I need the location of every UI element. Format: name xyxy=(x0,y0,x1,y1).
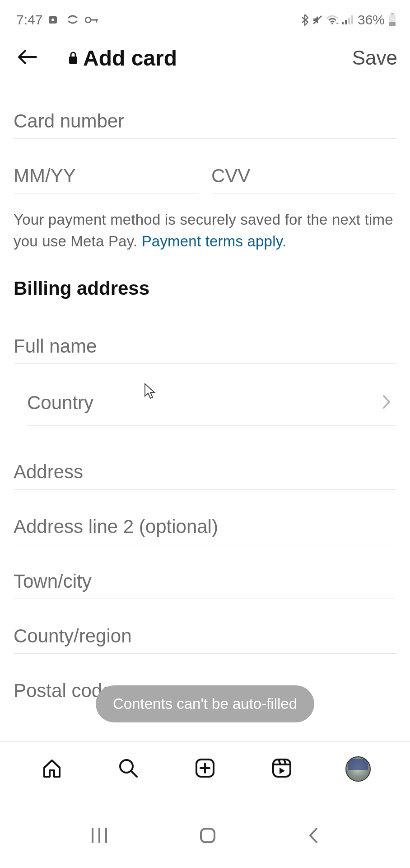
svg-rect-11 xyxy=(351,15,353,24)
town-placeholder: Town/city xyxy=(14,571,396,592)
payment-info-text: Your payment method is securely saved fo… xyxy=(14,193,396,252)
nav-profile[interactable] xyxy=(342,753,374,785)
nav-home[interactable] xyxy=(36,753,68,785)
chevron-right-icon xyxy=(382,394,392,411)
lock-icon xyxy=(68,51,79,65)
billing-address-heading: Billing address xyxy=(14,252,396,299)
county-input[interactable]: County/region xyxy=(14,599,396,654)
address2-input[interactable]: Address line 2 (optional) xyxy=(14,490,396,544)
svg-rect-21 xyxy=(273,760,290,777)
svg-point-6 xyxy=(331,23,333,24)
mute-icon xyxy=(312,14,323,26)
svg-text:+: + xyxy=(336,21,339,25)
address-placeholder: Address xyxy=(14,461,396,483)
cvv-input[interactable]: CVV xyxy=(211,139,396,193)
full-name-input[interactable]: Full name xyxy=(14,299,396,364)
sys-recents[interactable] xyxy=(90,826,109,847)
nav-reels[interactable] xyxy=(266,753,298,785)
cvv-placeholder: CVV xyxy=(211,165,396,187)
svg-rect-15 xyxy=(69,57,77,64)
bluetooth-icon xyxy=(301,14,309,26)
video-icon xyxy=(49,15,61,24)
payment-info-period: . xyxy=(282,233,286,250)
key-icon xyxy=(85,16,98,24)
address2-placeholder: Address line 2 (optional) xyxy=(14,516,396,538)
reels-icon xyxy=(270,757,293,781)
svg-point-1 xyxy=(51,19,54,21)
search-icon xyxy=(117,757,140,781)
app-bottom-nav xyxy=(0,741,410,796)
svg-point-2 xyxy=(85,17,91,23)
avatar xyxy=(345,756,371,782)
autofill-toast: Contents can't be auto-filled xyxy=(96,685,314,722)
save-button[interactable]: Save xyxy=(352,47,397,69)
full-name-placeholder: Full name xyxy=(14,335,396,357)
address-input[interactable]: Address xyxy=(14,426,396,490)
svg-rect-8 xyxy=(342,22,344,24)
svg-rect-12 xyxy=(391,13,394,14)
back-button[interactable] xyxy=(14,45,41,71)
nav-search[interactable] xyxy=(112,753,144,785)
system-nav xyxy=(0,814,410,868)
svg-rect-9 xyxy=(345,20,347,24)
battery-icon xyxy=(388,13,396,27)
payment-terms-link[interactable]: Payment terms apply xyxy=(142,233,282,250)
country-select[interactable]: Country xyxy=(27,364,396,426)
wifi-icon: + xyxy=(326,15,339,25)
nav-create[interactable] xyxy=(189,753,221,785)
status-battery-text: 36% xyxy=(358,12,385,28)
page-header: Add card Save xyxy=(0,32,410,84)
cast-icon xyxy=(67,15,79,25)
svg-rect-4 xyxy=(96,19,97,23)
expiry-input[interactable]: MM/YY xyxy=(14,139,199,193)
town-input[interactable]: Town/city xyxy=(14,544,396,599)
page-title: Add card xyxy=(83,46,177,71)
sys-home[interactable] xyxy=(198,826,217,847)
svg-rect-28 xyxy=(201,829,214,842)
card-number-input[interactable]: Card number xyxy=(14,84,396,139)
home-icon xyxy=(41,757,63,781)
status-time: 7:47 xyxy=(16,12,42,28)
expiry-placeholder: MM/YY xyxy=(14,165,199,187)
svg-rect-10 xyxy=(348,18,350,24)
county-placeholder: County/region xyxy=(14,625,396,647)
sys-back[interactable] xyxy=(307,826,320,847)
card-number-placeholder: Card number xyxy=(14,110,396,132)
country-placeholder: Country xyxy=(27,392,93,414)
signal-icon xyxy=(341,15,353,25)
status-bar: 7:47 + 36% xyxy=(0,0,410,32)
plus-square-icon xyxy=(194,757,216,781)
svg-line-17 xyxy=(131,771,137,777)
svg-rect-14 xyxy=(389,22,396,26)
